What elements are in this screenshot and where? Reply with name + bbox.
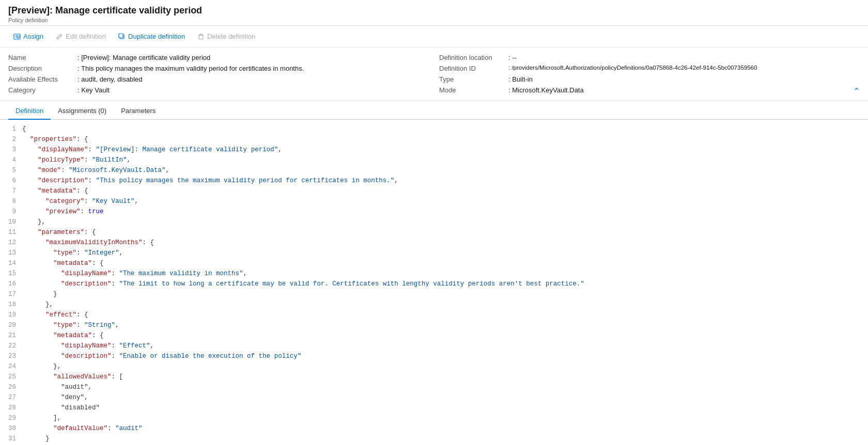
type-value: : Built-in [508, 75, 533, 83]
category-label: Category [8, 86, 75, 94]
meta-left: Name : [Preview]: Manage certificate val… [8, 54, 429, 94]
header-section: [Preview]: Manage certificate validity p… [0, 0, 868, 26]
name-row: Name : [Preview]: Manage certificate val… [8, 54, 429, 61]
page-title: [Preview]: Manage certificate validity p… [8, 5, 860, 16]
line-numbers: 1234567891011121314151617181920212223242… [0, 124, 22, 444]
effects-row: Available Effects : audit, deny, disable… [8, 75, 429, 83]
code-content: { "properties": { "displayName": "[Previ… [22, 124, 868, 444]
type-label: Type [439, 75, 506, 83]
effects-value: : audit, deny, disabled [78, 75, 143, 83]
mode-label: Mode [439, 86, 506, 94]
category-row: Category : Key Vault [8, 86, 429, 94]
edit-definition-button[interactable]: Edit definition [51, 30, 111, 43]
delete-icon [197, 33, 205, 40]
def-id-value: : /providers/Microsoft.Authorization/pol… [508, 65, 757, 71]
page-subtitle: Policy definition [8, 17, 860, 23]
delete-definition-button[interactable]: Delete definition [192, 30, 260, 43]
duplicate-definition-button[interactable]: Duplicate definition [113, 30, 190, 43]
name-label: Name [8, 54, 75, 61]
def-location-label: Definition location [439, 54, 506, 61]
mode-value: : Microsoft.KeyVault.Data [508, 86, 584, 94]
description-value: : This policy manages the maximum validi… [78, 65, 304, 72]
assign-button[interactable]: Assign [8, 30, 49, 43]
svg-rect-5 [199, 35, 203, 39]
duplicate-icon [118, 33, 126, 40]
edit-icon [56, 33, 63, 40]
def-id-row: Definition ID : /providers/Microsoft.Aut… [439, 65, 860, 72]
assign-label: Assign [23, 33, 43, 40]
svg-rect-4 [119, 34, 123, 38]
meta-section: Name : [Preview]: Manage certificate val… [0, 47, 868, 101]
description-row: Description : This policy manages the ma… [8, 65, 429, 72]
tab-definition[interactable]: Definition [8, 103, 51, 120]
tab-assignments[interactable]: Assignments (0) [51, 103, 114, 120]
name-value: : [Preview]: Manage certificate validity… [78, 54, 210, 61]
mode-row: Mode : Microsoft.KeyVault.Data [439, 86, 860, 94]
toolbar: Assign Edit definition Duplicate definit… [0, 26, 868, 47]
def-location-row: Definition location : -- [439, 54, 860, 61]
type-row: Type : Built-in [439, 75, 860, 83]
delete-definition-label: Delete definition [207, 33, 255, 40]
duplicate-definition-label: Duplicate definition [128, 33, 185, 40]
collapse-button[interactable]: ⌃ [853, 86, 860, 96]
tabs-bar: Definition Assignments (0) Parameters [0, 103, 868, 120]
effects-label: Available Effects [8, 75, 75, 83]
category-value: : Key Vault [78, 86, 110, 94]
def-id-label: Definition ID [439, 65, 506, 72]
meta-right: Definition location : -- Definition ID :… [439, 54, 860, 94]
description-label: Description [8, 65, 75, 72]
code-area: 1234567891011121314151617181920212223242… [0, 120, 868, 445]
tab-parameters[interactable]: Parameters [114, 103, 163, 120]
edit-definition-label: Edit definition [66, 33, 106, 40]
assign-icon [13, 33, 21, 40]
def-location-value: : -- [508, 54, 517, 61]
